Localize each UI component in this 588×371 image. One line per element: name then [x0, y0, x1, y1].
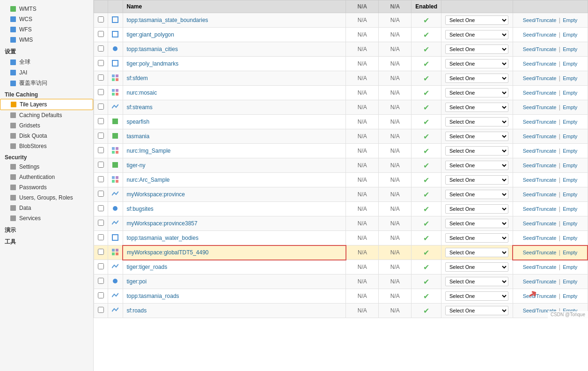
row-checkbox[interactable]	[98, 292, 104, 298]
row-checkbox[interactable]	[98, 176, 104, 182]
empty-link[interactable]: Empty	[563, 104, 577, 110]
seed-truncate-link[interactable]: Seed/Truncate	[523, 75, 557, 81]
row-select-dropdown[interactable]: Select OneOption 1Option 2	[445, 45, 508, 54]
row-select-dropdown[interactable]: Select OneOption 1Option 2	[445, 190, 508, 199]
row-select-dropdown[interactable]: Select OneOption 1Option 2	[445, 15, 508, 25]
row-checkbox[interactable]	[98, 307, 104, 313]
empty-link[interactable]: Empty	[563, 46, 577, 52]
seed-truncate-link[interactable]: Seed/Truncate	[523, 61, 557, 67]
seed-truncate-link[interactable]: Seed/Truncate	[523, 206, 557, 212]
sidebar-item-global[interactable]: 全球	[0, 57, 93, 67]
seed-truncate-link[interactable]: Seed/Truncate	[523, 104, 557, 110]
seed-truncate-link[interactable]: Seed/Truncate	[523, 279, 557, 284]
layer-name-link[interactable]: tiger:poly_landmarks	[127, 60, 179, 67]
empty-link[interactable]: Empty	[563, 134, 577, 139]
sidebar-item-gridsets[interactable]: Gridsets	[0, 120, 93, 131]
seed-truncate-link[interactable]: Seed/Truncate	[523, 221, 557, 226]
row-checkbox[interactable]	[98, 220, 104, 226]
row-select-dropdown[interactable]: Select OneOption 1Option 2	[445, 59, 508, 68]
empty-link[interactable]: Empty	[563, 264, 577, 270]
row-select-dropdown[interactable]: Select OneOption 1Option 2	[445, 204, 508, 214]
empty-link[interactable]: Empty	[563, 221, 577, 226]
layer-name-link[interactable]: myWorkspace:province	[127, 191, 185, 198]
sidebar-item-coverage[interactable]: 覆盖率访问	[0, 78, 93, 89]
empty-link[interactable]: Empty	[563, 250, 577, 255]
row-select-dropdown[interactable]: Select OneOption 1Option 2	[445, 103, 508, 112]
layer-name-link[interactable]: myWorkspace:globalTDT5_4490	[127, 249, 209, 256]
row-checkbox[interactable]	[98, 31, 104, 37]
row-checkbox[interactable]	[98, 263, 104, 269]
row-checkbox[interactable]	[98, 162, 104, 168]
row-select-dropdown[interactable]: Select OneOption 1Option 2	[445, 146, 508, 156]
layer-name-link[interactable]: topp:tasmania_roads	[127, 293, 179, 299]
seed-truncate-link[interactable]: Seed/Truncate	[523, 163, 557, 168]
seed-truncate-link[interactable]: Seed/Truncate	[523, 264, 557, 270]
layer-name-link[interactable]: tiger:tiger_roads	[127, 264, 168, 270]
layer-name-link[interactable]: sf:roads	[127, 307, 147, 314]
empty-link[interactable]: Empty	[563, 61, 577, 67]
layer-name-link[interactable]: tasmania	[127, 133, 150, 140]
sidebar-item-jai[interactable]: JAI	[0, 67, 93, 78]
layer-name-link[interactable]: nurc:mosaic	[127, 89, 157, 96]
row-checkbox[interactable]	[98, 45, 104, 52]
empty-link[interactable]: Empty	[563, 177, 577, 183]
empty-link[interactable]: Empty	[563, 293, 577, 299]
row-select-dropdown[interactable]: Select OneOption 1Option 2	[445, 306, 508, 315]
layer-name-link[interactable]: nurc:Img_Sample	[127, 148, 171, 154]
row-select-dropdown[interactable]: Select OneOption 1Option 2	[445, 219, 508, 228]
layer-name-link[interactable]: topp:tasmania_state_boundaries	[127, 17, 208, 23]
layer-name-link[interactable]: nurc:Arc_Sample	[127, 177, 170, 183]
seed-truncate-link[interactable]: Seed/Truncate	[523, 119, 557, 125]
empty-link[interactable]: Empty	[563, 17, 577, 23]
empty-link[interactable]: Empty	[563, 279, 577, 284]
row-select-dropdown[interactable]: Select OneOption 1Option 2	[445, 262, 508, 272]
sidebar-item-blobstores[interactable]: BlobStores	[0, 141, 93, 151]
seed-truncate-link[interactable]: Seed/Truncate	[523, 90, 557, 96]
row-select-dropdown[interactable]: Select OneOption 1Option 2	[445, 117, 508, 126]
empty-link[interactable]: Empty	[563, 192, 577, 197]
row-select-dropdown[interactable]: Select OneOption 1Option 2	[445, 30, 508, 39]
empty-link[interactable]: Empty	[563, 75, 577, 81]
row-checkbox[interactable]	[98, 104, 104, 110]
sidebar-item-tile-layers[interactable]: Tile Layers	[0, 99, 93, 110]
row-checkbox[interactable]	[98, 74, 104, 81]
row-checkbox[interactable]	[98, 191, 104, 197]
layer-name-link[interactable]: sf:bugsites	[127, 206, 154, 212]
sidebar-item-wfs[interactable]: WFS	[0, 24, 93, 35]
row-select-dropdown[interactable]: Select OneOption 1Option 2	[445, 161, 508, 170]
sidebar-item-wmts[interactable]: WMTS	[0, 4, 93, 14]
sidebar-item-wcs[interactable]: WCS	[0, 14, 93, 24]
empty-link[interactable]: Empty	[563, 90, 577, 96]
seed-truncate-link[interactable]: Seed/Truncate	[523, 235, 557, 241]
row-checkbox[interactable]	[98, 249, 104, 255]
sidebar-item-wms[interactable]: WMS	[0, 35, 93, 45]
layer-name-link[interactable]: myWorkspace:province3857	[127, 220, 198, 227]
sidebar-item-disk-quota[interactable]: Disk Quota	[0, 131, 93, 141]
layer-name-link[interactable]: spearfish	[127, 119, 150, 125]
layer-name-link[interactable]: sf:sfdem	[127, 75, 148, 82]
row-checkbox[interactable]	[98, 278, 104, 284]
sidebar-item-settings[interactable]: Settings	[0, 162, 93, 172]
layer-name-link[interactable]: tiger:giant_polygon	[127, 31, 174, 38]
row-select-dropdown[interactable]: Select OneOption 1Option 2	[445, 175, 508, 185]
empty-link[interactable]: Empty	[563, 235, 577, 241]
empty-link[interactable]: Empty	[563, 163, 577, 168]
row-checkbox[interactable]	[98, 133, 104, 139]
empty-link[interactable]: Empty	[563, 206, 577, 212]
seed-truncate-link[interactable]: Seed/Truncate	[523, 134, 557, 139]
layer-name-link[interactable]: topp:tasmania_cities	[127, 46, 178, 52]
layer-name-link[interactable]: topp:tasmania_water_bodies	[127, 235, 198, 241]
row-checkbox[interactable]	[98, 89, 104, 95]
sidebar-item-passwords[interactable]: Passwords	[0, 182, 93, 193]
row-select-dropdown[interactable]: Select OneOption 1Option 2	[445, 248, 508, 257]
empty-link[interactable]: Empty	[563, 32, 577, 37]
row-checkbox[interactable]	[98, 205, 104, 211]
seed-truncate-link[interactable]: Seed/Truncate	[523, 148, 557, 154]
sidebar-item-users-groups-roles[interactable]: Users, Groups, Roles	[0, 193, 93, 203]
sidebar-item-authentication[interactable]: Authentication	[0, 172, 93, 182]
sidebar-item-caching-defaults[interactable]: Caching Defaults	[0, 110, 93, 120]
row-select-dropdown[interactable]: Select OneOption 1Option 2	[445, 132, 508, 141]
row-checkbox[interactable]	[98, 60, 104, 66]
sidebar-item-data[interactable]: Data	[0, 203, 93, 213]
seed-truncate-link[interactable]: Seed/Truncate	[523, 192, 557, 197]
